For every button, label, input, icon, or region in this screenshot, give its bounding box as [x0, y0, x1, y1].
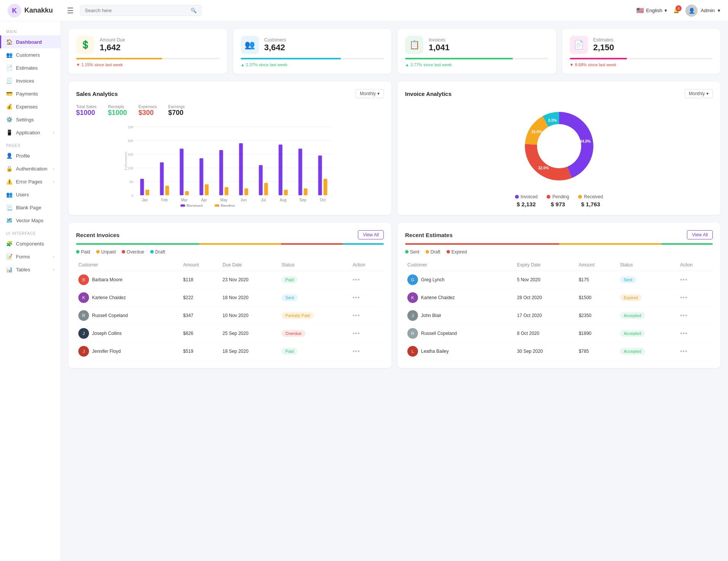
due-date-cell: 18 Sep 2020 [220, 343, 279, 360]
col-header: Amount [577, 259, 618, 271]
sidebar-label-estimates: Estimates [16, 65, 38, 71]
table-row: R Russell Copeland $347 10 Nov 2020 Part… [76, 307, 384, 325]
app-name: Kanakku [24, 6, 53, 14]
sidebar-item-estimates[interactable]: 📄 Estimates [0, 61, 60, 74]
stat-bar [405, 58, 548, 59]
customer-name: Greg Lynch [421, 277, 445, 282]
status-badge: Sent [620, 276, 636, 283]
sidebar-item-vector-maps[interactable]: 🗺️ Vector Maps [0, 214, 60, 227]
stat-value: 1,041 [429, 43, 450, 53]
action-dots-button[interactable]: ••• [353, 348, 360, 354]
sidebar-item-payments[interactable]: 💳 Payments [0, 87, 60, 100]
sidebar-item-dashboard[interactable]: 🏠 Dashboard [0, 35, 60, 48]
customers-icon: 👥 [6, 52, 12, 58]
action-cell[interactable]: ••• [678, 325, 713, 343]
status-badge: Partially Paid [281, 312, 313, 319]
sales-monthly-button[interactable]: Monthly ▾ [356, 89, 384, 98]
svg-text:Oct: Oct [320, 198, 326, 202]
sidebar-item-expenses[interactable]: 💰 Expenses [0, 100, 60, 113]
action-dots-button[interactable]: ••• [680, 276, 688, 283]
sidebar-item-profile[interactable]: 👤 Profile [0, 149, 60, 162]
stat-card-header: 👥 Customers 3,642 [241, 36, 384, 54]
sidebar-item-authentication[interactable]: 🔒 Authentication › [0, 162, 60, 175]
action-dots-button[interactable]: ••• [680, 294, 688, 301]
customer-cell: G Greg Lynch [405, 271, 515, 289]
action-cell[interactable]: ••• [350, 289, 384, 307]
search-input[interactable] [85, 8, 188, 13]
action-dots-button[interactable]: ••• [353, 294, 360, 301]
sidebar-label-expenses: Expenses [16, 104, 38, 110]
svg-text:May: May [220, 198, 227, 202]
sidebar-item-forms[interactable]: 📝 Forms › [0, 250, 60, 263]
recent-estimates-title: Recent Estimates [405, 232, 453, 238]
action-dots-button[interactable]: ••• [680, 312, 688, 319]
estimates-legend-item: Expired [447, 249, 467, 255]
sidebar-label-forms: Forms [16, 254, 30, 260]
tables-row: Recent Invoices View All PaidUnpaidOverd… [68, 223, 720, 368]
invoices-bar-paid [76, 243, 199, 245]
svg-rect-39 [304, 188, 308, 195]
sidebar-section-label: UI Interface [0, 227, 60, 237]
stat-card-estimates: 📄 Estimates 2,150 ▼ 8.68% since last wee… [562, 29, 721, 74]
sidebar-item-tables[interactable]: 📊 Tables › [0, 263, 60, 276]
vector-maps-icon: 🗺️ [6, 217, 12, 223]
sidebar-item-application[interactable]: 📱 Application › [0, 126, 60, 139]
sidebar-item-invoices[interactable]: 🧾 Invoices [0, 74, 60, 87]
sales-analytics-title: Sales Analytics [76, 91, 118, 97]
invoices-legend-item: Overdue [122, 249, 144, 255]
sidebar-item-users[interactable]: 👥 Users [0, 188, 60, 201]
action-cell[interactable]: ••• [678, 271, 713, 289]
svg-rect-29 [239, 143, 243, 195]
svg-rect-44 [181, 204, 185, 207]
customer-cell: L Leatha Bailey [405, 343, 515, 360]
status-badge: Accepted [620, 348, 645, 355]
sidebar-item-error-pages[interactable]: ⚠️ Error Pages › [0, 175, 60, 188]
action-cell[interactable]: ••• [678, 307, 713, 325]
stat-icon-amount-due: 💲 [76, 36, 94, 54]
donut-legend-label: Invoiced [515, 194, 538, 199]
status-badge: Overdue [281, 330, 305, 337]
svg-rect-46 [215, 204, 219, 207]
action-cell[interactable]: ••• [350, 343, 384, 360]
action-dots-button[interactable]: ••• [353, 276, 360, 283]
svg-text:Aug: Aug [280, 198, 287, 202]
sales-stat-amount: $1000 [108, 109, 127, 117]
action-cell[interactable]: ••• [350, 307, 384, 325]
status-badge: Expired [620, 294, 642, 301]
sales-stat-purple: Total Sales $1000 [76, 104, 97, 117]
app-logo[interactable]: K Kanakku [8, 4, 61, 18]
customer-cell: J Joseph Collins [76, 325, 181, 343]
due-date-cell: 10 Nov 2020 [220, 307, 279, 325]
action-dots-button[interactable]: ••• [353, 312, 360, 319]
chevron-icon: › [53, 268, 54, 272]
sidebar-item-settings[interactable]: ⚙️ Settings [0, 113, 60, 126]
action-dots-button[interactable]: ••• [680, 348, 688, 354]
sidebar-item-blank-page[interactable]: 📃 Blank Page [0, 201, 60, 214]
legend-dot [426, 250, 429, 253]
table-row: K Karlene Chaidez $222 18 Nov 2020 Sent … [76, 289, 384, 307]
invoice-monthly-button[interactable]: Monthly ▾ [685, 89, 713, 98]
status-badge: Paid [281, 276, 297, 283]
svg-rect-14 [140, 179, 144, 195]
action-dots-button[interactable]: ••• [353, 330, 360, 336]
action-cell[interactable]: ••• [678, 343, 713, 360]
action-cell[interactable]: ••• [350, 325, 384, 343]
recent-estimates-card: Recent Estimates View All SentDraftExpir… [397, 223, 720, 368]
invoices-view-all-button[interactable]: View All [358, 230, 384, 239]
hamburger-icon[interactable]: ☰ [67, 6, 74, 15]
action-cell[interactable]: ••• [350, 271, 384, 289]
svg-text:200: 200 [127, 139, 133, 143]
language-button[interactable]: 🇺🇸 English ▾ [636, 7, 668, 14]
sales-monthly-label: Monthly [360, 91, 376, 96]
action-cell[interactable]: ••• [678, 289, 713, 307]
notification-button[interactable]: 🔔 6 [673, 8, 679, 13]
stat-label: Invoices [429, 37, 450, 43]
invoices-legend-item: Unpaid [96, 249, 116, 255]
table-row: J Joseph Collins $826 25 Sep 2020 Overdu… [76, 325, 384, 343]
estimates-view-all-button[interactable]: View All [687, 230, 713, 239]
action-dots-button[interactable]: ••• [680, 330, 688, 336]
sidebar-item-components[interactable]: 🧩 Components [0, 237, 60, 250]
col-header: Status [279, 259, 350, 271]
sidebar-item-customers[interactable]: 👥 Customers [0, 48, 60, 61]
admin-button[interactable]: 👤 Admin ▾ [685, 5, 720, 17]
